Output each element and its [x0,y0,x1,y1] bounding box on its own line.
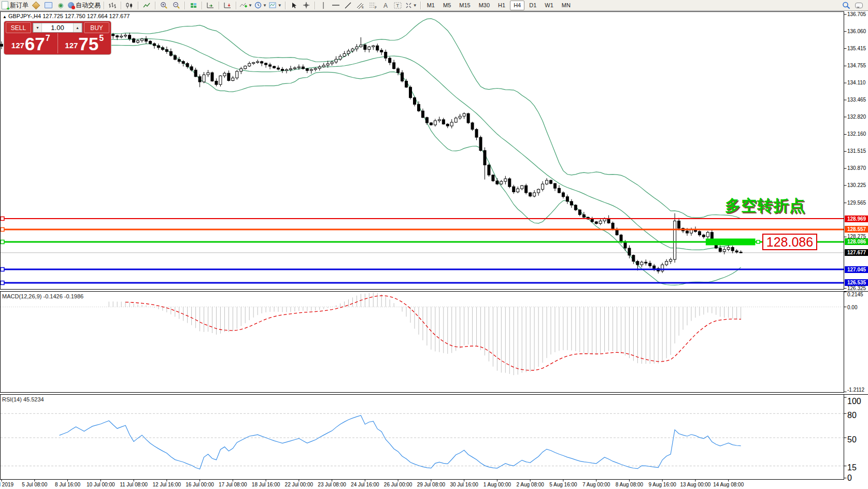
time-axis-label: 8 Jul 16:00 [55,482,80,487]
trendline-tool-button[interactable] [342,1,354,10]
new-order-button[interactable]: 新订单 [1,1,30,10]
timeframe-button-m5[interactable]: M5 [439,1,454,10]
chart-candles-button[interactable] [123,1,136,10]
time-axis-label: 14 Aug 08:00 [713,482,744,487]
indicator-list-button[interactable] [30,1,42,10]
timeframe-button-mn[interactable]: MN [558,1,574,10]
price-level-tag[interactable]: 128.086 [762,234,817,250]
time-axis-label: 4 Jul 2019 [0,482,13,487]
candlestick-icon [126,2,134,9]
channel-tool-button[interactable]: E [354,1,367,10]
svg-text:F: F [375,6,377,9]
timeframe-button-w1[interactable]: W1 [541,1,557,10]
time-axis-label: 9 Aug 16:00 [648,482,676,487]
market-watch-button[interactable] [42,1,54,10]
time-axis-label: 2 Aug 08:00 [516,482,544,487]
label-tool-button[interactable]: T [392,1,404,10]
tile-windows-icon [191,3,196,8]
chart-canvas[interactable] [0,0,868,489]
trade-panel-price-row: 127 67 7 127 75 5 [4,33,111,53]
indicators-add-icon [239,2,247,9]
bar-chart-icon [109,2,117,9]
chat-bubble-icon [855,3,863,8]
price-axis-chip: 127.045 [845,266,868,273]
svg-text:E: E [362,6,364,9]
time-axis-label: 18 Jul 16:00 [252,482,280,487]
price-axis-chip: 127.677 [845,249,868,256]
zoom-out-button[interactable] [170,1,182,10]
timeframe-button-m30[interactable]: M30 [475,1,493,10]
crosshair-tool-button[interactable] [300,1,312,10]
mt4-window: 新订单 ◉ 自动交易 [0,0,868,489]
auto-trading-button[interactable]: 自动交易 [67,1,102,10]
periods-menu-button[interactable]: ▼ [253,1,268,10]
fibonacci-tool-button[interactable]: F [367,1,379,10]
toolbar-separator [104,2,104,9]
toolbar-separator [138,2,138,9]
time-axis-label: 29 Jul 08:00 [417,482,446,487]
triangle-up-icon: ▲ [76,26,79,30]
toolbar-separator [155,2,155,9]
cursor-tool-button[interactable] [288,1,300,10]
svg-text:A: A [383,2,388,9]
symbol-ohlc-text: GBPJPY-,H4 127.725 127.750 127.664 127.6… [8,13,130,19]
time-axis-label: 23 Jul 08:00 [318,482,346,487]
chevron-down-icon: ▼ [413,3,417,8]
price-axis-chip: 128.086 [845,238,868,245]
timeframe-button-m15[interactable]: M15 [456,1,474,10]
signals-button[interactable]: ◉ [54,1,67,10]
chevron-down-icon: ▼ [263,3,267,8]
timeframe-button-m1[interactable]: M1 [423,1,438,10]
vertical-line-icon [321,2,326,9]
chevron-down-icon: ▼ [248,3,252,8]
zoom-out-icon [173,2,180,9]
triangle-down-icon: ▼ [36,26,39,30]
time-axis-label: 11 Jul 08:00 [120,482,148,487]
templates-menu-button[interactable]: ▼ [268,1,283,10]
candles-layer [1,31,743,274]
new-order-icon [2,1,8,9]
toolbar-separator [420,2,421,9]
timeframe-toolbar: M1M5M15M30H1H4D1W1MN [423,1,575,10]
time-axis-label: 13 Aug 00:00 [680,482,710,487]
svg-text:T: T [396,3,400,8]
buy-price[interactable]: 127 75 5 [58,33,111,53]
time-axis-label: 24 Jul 16:00 [351,482,379,487]
market-watch-icon [45,2,52,8]
volume-field[interactable]: 1.00 [42,23,73,32]
symbol-ohlc-bar: ▲GBPJPY-,H4 127.725 127.750 127.664 127.… [3,13,130,19]
sell-button[interactable]: SELL [6,22,31,33]
fibonacci-icon: F [369,2,377,9]
timeframe-button-d1[interactable]: D1 [525,1,540,10]
timeframe-button-h4[interactable]: H4 [510,1,524,10]
chat-button[interactable] [852,1,865,10]
chart-annotation-text[interactable]: 多空转折点 [725,195,805,217]
volume-increase-button[interactable]: ▲ [73,23,82,32]
arrows-tool-button[interactable]: ▼ [404,1,418,10]
template-icon [269,2,277,9]
chart-bars-button[interactable] [106,1,119,10]
volume-decrease-button[interactable]: ▼ [33,23,42,32]
hline-tool-button[interactable] [330,1,342,10]
chart-line-button[interactable] [140,1,153,10]
auto-scroll-button[interactable] [204,1,217,10]
zoom-in-button[interactable] [158,1,170,10]
timeframe-button-h1[interactable]: H1 [494,1,509,10]
search-button[interactable] [840,1,852,10]
collapse-triangle-icon: ▲ [3,15,7,19]
buy-button[interactable]: BUY [84,22,109,33]
toolbar-separator [184,2,185,9]
tile-windows-button[interactable] [187,1,200,10]
line-chart-icon [143,2,151,9]
price-axis-chip: 128.969 [845,215,868,222]
chart-shift-button[interactable] [221,1,234,10]
indicators-menu-button[interactable]: ▼ [238,1,253,10]
sell-price[interactable]: 127 67 7 [4,33,58,53]
signal-icon: ◉ [58,2,63,8]
vline-tool-button[interactable] [317,1,330,10]
time-axis-label: 16 Jul 00:00 [186,482,214,487]
text-tool-button[interactable]: A [379,1,392,10]
auto-trading-icon [68,2,74,8]
indicator-list-icon [32,1,40,9]
toolbar-separator [285,2,286,9]
